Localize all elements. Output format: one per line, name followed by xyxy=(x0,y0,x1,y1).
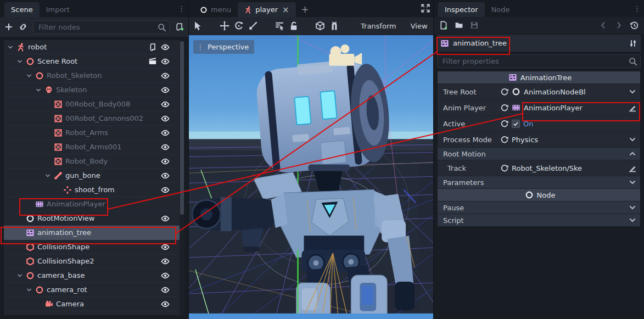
group-script[interactable]: Script xyxy=(438,214,640,227)
save-resource-button[interactable] xyxy=(470,21,479,30)
expand-arrow-icon[interactable] xyxy=(44,172,51,179)
visibility-eye-icon[interactable] xyxy=(160,171,170,181)
perspective-menu[interactable]: ⋮ Perspective xyxy=(193,40,254,54)
object-tools-icon[interactable] xyxy=(629,39,637,48)
new-scene-tab-button[interactable]: + xyxy=(301,4,309,15)
add-node-button[interactable] xyxy=(4,23,13,31)
visibility-eye-icon[interactable] xyxy=(160,142,170,152)
visibility-eye-icon[interactable] xyxy=(160,114,170,124)
load-resource-button[interactable] xyxy=(455,21,463,30)
expand-chevron-icon[interactable] xyxy=(628,178,637,187)
collapse-chevron-icon[interactable] xyxy=(628,149,637,158)
scene-node-shoot-from[interactable]: shoot_from xyxy=(4,183,184,197)
scene-tree-scrollbar[interactable] xyxy=(180,40,184,315)
property-value[interactable]: Robot_Skeleton/Ske xyxy=(512,164,628,172)
clapper-icon[interactable] xyxy=(148,57,158,66)
close-tab-icon[interactable]: × xyxy=(282,5,289,15)
tab-inspector[interactable]: Inspector xyxy=(438,2,485,17)
property-value[interactable]: AnimationNodeBl xyxy=(512,87,628,96)
scene-node-collisionshape[interactable]: CollisionShape xyxy=(4,240,184,254)
visibility-eye-icon[interactable] xyxy=(160,299,170,309)
tab-player-scene[interactable]: player × xyxy=(238,2,295,17)
scene-node-gun-bone[interactable]: gun_bone xyxy=(4,169,184,183)
visibility-eye-icon[interactable] xyxy=(160,85,170,95)
group-root-motion[interactable]: Root Motion xyxy=(438,148,640,160)
visibility-eye-icon[interactable] xyxy=(160,242,170,252)
history-back-button[interactable] xyxy=(599,21,608,30)
revert-icon[interactable] xyxy=(500,135,509,144)
scene-dock-menu-icon[interactable]: ⋮ xyxy=(178,4,185,13)
revert-icon[interactable] xyxy=(500,119,509,128)
edit-icon[interactable] xyxy=(628,164,637,172)
property-value[interactable]: Physics xyxy=(512,136,628,144)
expand-arrow-icon[interactable] xyxy=(26,287,32,293)
visibility-eye-icon[interactable] xyxy=(160,99,170,109)
list-select-tool-button[interactable] xyxy=(275,21,284,31)
snap-button[interactable] xyxy=(329,21,339,31)
visibility-eye-icon[interactable] xyxy=(160,256,170,266)
group-pause[interactable]: Pause xyxy=(438,202,640,214)
visibility-eye-icon[interactable] xyxy=(160,71,170,81)
script-icon[interactable] xyxy=(148,42,158,52)
visibility-eye-icon[interactable] xyxy=(160,214,170,223)
scene-node-robot[interactable]: robot xyxy=(4,40,184,54)
expand-arrow-icon[interactable] xyxy=(16,272,23,279)
scrollbar-thumb[interactable] xyxy=(180,41,184,215)
visibility-eye-icon[interactable] xyxy=(160,271,170,281)
distraction-free-icon[interactable] xyxy=(421,4,430,14)
expand-arrow-icon[interactable] xyxy=(16,58,23,65)
scene-node-robot-arms[interactable]: Robot_Arms xyxy=(4,126,184,140)
dropdown-chevron-icon[interactable] xyxy=(628,135,637,144)
scene-node-animation-tree[interactable]: animation_tree xyxy=(4,226,184,240)
transform-menu[interactable]: Transform xyxy=(356,22,401,30)
tab-menu-scene[interactable]: menu xyxy=(193,2,238,17)
scene-node-camera-base[interactable]: camera_base xyxy=(4,268,184,283)
visibility-eye-icon[interactable] xyxy=(160,156,170,166)
filter-nodes-input[interactable] xyxy=(33,20,170,34)
view-menu[interactable]: View xyxy=(406,22,433,30)
new-resource-button[interactable] xyxy=(439,21,448,30)
expand-arrow-icon[interactable] xyxy=(7,44,14,51)
tab-node[interactable]: Node xyxy=(485,2,517,17)
instance-scene-button[interactable] xyxy=(19,23,27,31)
rotate-tool-button[interactable] xyxy=(234,21,244,31)
select-tool-button[interactable] xyxy=(193,21,203,31)
scene-node-00robot-body008[interactable]: 00Robot_Body008 xyxy=(4,97,184,111)
lock-button[interactable] xyxy=(289,21,299,31)
attach-script-button[interactable] xyxy=(175,23,184,31)
expand-arrow-icon[interactable] xyxy=(26,72,32,79)
tab-import[interactable]: Import xyxy=(40,2,76,17)
filter-properties-input[interactable] xyxy=(437,54,641,68)
scene-node-skeleton[interactable]: Skeleton xyxy=(4,83,184,97)
expand-chevron-icon[interactable] xyxy=(628,203,637,212)
visibility-eye-icon[interactable] xyxy=(160,185,170,195)
viewport-3d-scene[interactable]: ⋮ Perspective xyxy=(189,35,433,319)
dropdown-chevron-icon[interactable] xyxy=(628,87,637,96)
edit-icon[interactable] xyxy=(628,103,637,112)
expand-arrow-icon[interactable] xyxy=(35,87,42,93)
property-value[interactable]: On xyxy=(512,120,628,128)
scene-node-camera-rot[interactable]: camera_rot xyxy=(4,283,184,297)
visibility-eye-icon[interactable] xyxy=(160,57,170,66)
local-space-button[interactable] xyxy=(315,21,325,31)
scene-node-robot-skeleton[interactable]: Robot_Skeleton xyxy=(4,69,184,83)
history-button[interactable] xyxy=(630,21,639,30)
revert-icon[interactable] xyxy=(500,103,509,112)
scene-node-animationplayer[interactable]: AnimationPlayer xyxy=(4,197,184,211)
scene-node-robot-body[interactable]: Robot_Body xyxy=(4,154,184,169)
visibility-eye-icon[interactable] xyxy=(160,42,170,52)
scene-node-camera[interactable]: Camera xyxy=(4,297,184,311)
scene-node-00robot-cannons002[interactable]: 00Robot_Cannons002 xyxy=(4,111,184,126)
scene-node-collisionshape2[interactable]: CollisionShape2 xyxy=(4,254,184,268)
move-tool-button[interactable] xyxy=(220,21,229,31)
scale-tool-button[interactable] xyxy=(248,21,258,31)
history-forward-button[interactable] xyxy=(614,21,623,30)
inspector-menu-icon[interactable]: ⋮ xyxy=(634,4,641,13)
revert-icon[interactable] xyxy=(500,164,509,172)
visibility-eye-icon[interactable] xyxy=(160,128,170,138)
scene-node-robot-arms001[interactable]: Robot_Arms001 xyxy=(4,140,184,154)
tab-scene[interactable]: Scene xyxy=(4,2,40,17)
scene-node-scene-root[interactable]: Scene Root xyxy=(4,54,184,69)
group-parameters[interactable]: Parameters xyxy=(438,176,640,189)
expand-chevron-icon[interactable] xyxy=(628,216,637,225)
